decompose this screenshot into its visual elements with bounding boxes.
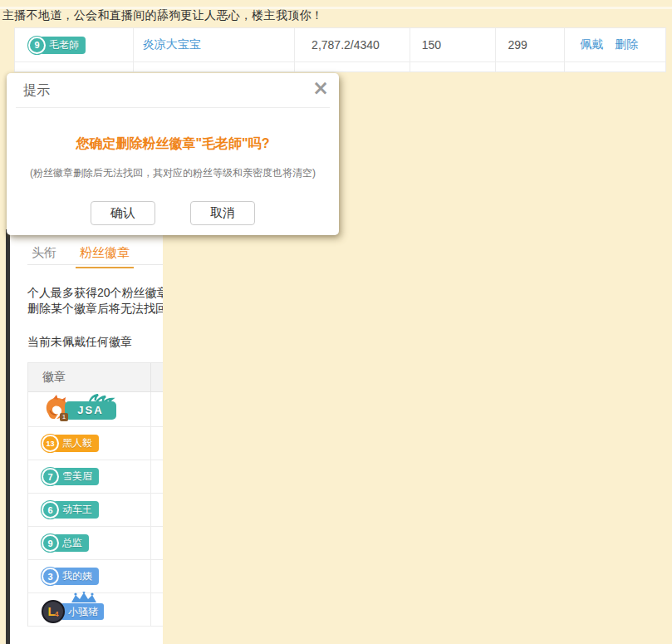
badge-level: 6 [42,501,59,519]
fan-badge: 13黑人毅 [42,435,99,452]
value2-cell: 299 [496,28,566,61]
tab-fan-badges[interactable]: 粉丝徽章 [76,240,134,268]
badge-table-row: 3我的姨 [28,560,163,593]
delete-badge-link[interactable]: 删除 [615,37,638,52]
owned-badge-table: 徽章 JSA113黑人毅7雪美眉6动车王9总监3我的姨L4小骚猪 [27,362,163,627]
badge-table-row: JSA1 [28,392,163,427]
forum-comment-text: 主播不地道，公会和直播间的舔狗更让人恶心，楼主我顶你！ [2,8,323,23]
badge-level: L4 [42,600,65,623]
crown-badge: L4小骚猪 [42,600,104,623]
fan-badge: 9毛老師 [28,37,86,54]
badge-label: 雪美眉 [53,468,99,485]
confirm-button[interactable]: 确认 [91,201,155,225]
tab-titles[interactable]: 头衔 [27,240,61,268]
anchor-link[interactable]: 炎凉大宝宝 [143,37,201,52]
fan-badge: 3我的姨 [42,568,99,585]
description-line-1: 个人最多获得20个粉丝徽章 [27,285,163,301]
badge-cell: 9毛老師 [15,28,134,61]
badge-cell: 13黑人毅 [28,427,151,460]
badge-cell: 7雪美眉 [28,460,151,493]
warning-note: (粉丝徽章删除后无法找回，其对应的粉丝等级和亲密度也将清空) [7,166,339,180]
badge-table-body: JSA113黑人毅7雪美眉6动车王9总监3我的姨L4小骚猪 [28,392,163,627]
cancel-button[interactable]: 取消 [190,201,255,225]
intimacy-cell: 2,787.2/4340 [295,28,410,61]
badge-label: 动车王 [53,501,99,519]
badge-level: 3 [42,568,59,585]
value2: 299 [508,38,527,52]
badge-level: 7 [42,468,59,485]
fan-badge-table-row: 9毛老師 炎凉大宝宝 2,787.2/4340 150 299 佩戴 删除 [15,28,665,62]
tabbar: 头衔粉丝徽章 [27,235,163,265]
badge-level: 13 [42,435,59,452]
badge-cell: 3我的姨 [28,560,151,592]
fan-badge: 6动车王 [42,501,99,519]
value1: 150 [422,38,441,52]
badge-description: 个人最多获得20个粉丝徽章 删除某个徽章后将无法找回 [27,285,163,317]
crown-icon [69,592,99,603]
fan-badge-table: 9毛老師 炎凉大宝宝 2,787.2/4340 150 299 佩戴 删除 [14,27,666,72]
dragon-badge: JSA1 [42,394,125,425]
badge-management-panel: 头衔粉丝徽章 个人最多获得20个粉丝徽章 删除某个徽章后将无法找回 当前未佩戴任… [10,235,163,644]
confirm-delete-dialog: 提示 × 您确定删除粉丝徽章"毛老師"吗? (粉丝徽章删除后无法找回，其对应的粉… [7,73,339,235]
description-line-2: 删除某个徽章后将无法找回 [27,301,163,317]
badge-table-row: 7雪美眉 [28,460,163,494]
badge-label: 小骚猪 [61,603,104,620]
badge-level: 9 [28,37,46,54]
fan-badge-table-row-partial [15,62,665,72]
badge-label: JSA [65,401,116,420]
dialog-buttons: 确认 取消 [7,201,339,225]
badge-cell: 6动车王 [28,494,151,526]
badge-label: 黑人毅 [53,435,99,452]
intimacy-value: 2,787.2/4340 [311,38,380,52]
badge-table-header: 徽章 [28,363,163,392]
badge-level: 9 [42,534,59,552]
badge-table-row: L4小骚猪 [28,593,163,627]
badge-level: 1 [60,413,68,421]
fan-badge-mao: 9毛老師 [28,37,86,54]
badge-column-header: 徽章 [28,363,151,391]
fan-badge: 9总监 [42,534,89,552]
wear-badge-link[interactable]: 佩戴 [580,37,603,52]
current-badge-status: 当前未佩戴任何徽章 [27,335,163,350]
badge-label: 毛老師 [40,37,86,54]
badge-label: 我的姨 [53,568,99,585]
badge-cell: JSA1 [28,392,151,426]
anchor-cell: 炎凉大宝宝 [134,28,295,61]
actions-cell: 佩戴 删除 [565,28,665,61]
page: 主播不地道，公会和直播间的舔狗更让人恶心，楼主我顶你！ 9毛老師 炎凉大宝宝 2… [0,0,672,644]
badge-table-row: 6动车王 [28,494,163,527]
close-icon[interactable]: × [312,80,329,96]
fan-badge: 7雪美眉 [42,468,99,485]
confirm-message: 您确定删除粉丝徽章"毛老師"吗? [7,135,339,153]
dialog-title: 提示 [16,73,330,108]
badge-table-row: 9总监 [28,527,163,560]
badge-table-row: 13黑人毅 [28,427,163,460]
value1-cell: 150 [410,28,496,61]
badge-cell: 9总监 [28,527,151,559]
badge-cell: L4小骚猪 [28,593,151,626]
